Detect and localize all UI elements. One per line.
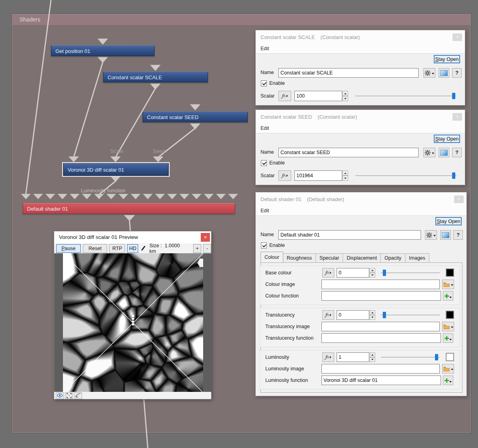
add-function-icon[interactable] [443, 333, 453, 343]
luminosity-slider[interactable] [381, 354, 440, 360]
translucency-image-label: Translucency image [265, 324, 310, 329]
tab-roughness[interactable]: Roughness [283, 253, 316, 262]
base-colour-slider[interactable] [381, 270, 440, 276]
enable-label: Enable [269, 80, 285, 86]
translucency-swatch[interactable] [446, 311, 454, 319]
edit-menu[interactable]: Edit [261, 125, 269, 131]
function-button[interactable]: ƒA [322, 268, 334, 278]
colour-image-input[interactable] [321, 280, 440, 289]
tab-displacement[interactable]: Displacement [343, 253, 381, 262]
preview-viewport[interactable] [54, 253, 212, 393]
folder-icon[interactable] [442, 280, 454, 289]
dialog-titlebar[interactable]: Constant scalar SCALE(Constant scalar) × [256, 30, 465, 45]
scalar-input[interactable] [294, 170, 342, 181]
stay-open-button[interactable]: Stay Open [434, 135, 460, 143]
port-label-seed: Seed [149, 148, 169, 154]
edit-menu[interactable]: Edit [261, 208, 269, 213]
preview-window-icon[interactable] [440, 230, 451, 240]
pause-button[interactable]: Pause [56, 244, 81, 253]
tab-opacity[interactable]: Opacity [380, 253, 405, 262]
close-icon[interactable]: × [453, 33, 462, 41]
focus-region-icon[interactable] [65, 392, 73, 399]
node-voronoi[interactable]: Voronoi 3D diff scalar 01 [63, 163, 168, 176]
stay-open-button[interactable]: Stay Open [435, 217, 462, 225]
preview-toolbar: Pause Reset RTP HD Size : 1.0000 km + - [54, 243, 211, 253]
enable-checkbox[interactable] [261, 160, 267, 166]
node-constant-scalar-scale[interactable]: Constant scalar SCALE [103, 72, 208, 82]
tab-strip: Colour Roughness Specular Displacement O… [261, 252, 429, 262]
luminosity-label: Luminosity [265, 354, 289, 360]
name-input[interactable] [278, 68, 419, 78]
close-icon[interactable]: × [454, 196, 464, 203]
scalar-slider[interactable] [355, 172, 456, 179]
dialog-constant-scalar-scale: Constant scalar SCALE(Constant scalar) ×… [255, 30, 465, 106]
tone-curve-icon[interactable] [74, 392, 82, 399]
scalar-slider[interactable] [355, 93, 456, 99]
close-icon[interactable]: × [453, 113, 462, 121]
preview-window-icon[interactable] [439, 148, 449, 157]
translucency-image-input[interactable] [321, 322, 440, 331]
luminosity-swatch[interactable] [446, 353, 454, 361]
help-button[interactable]: ? [452, 148, 462, 157]
folder-icon[interactable] [442, 364, 454, 374]
node-constant-scalar-seed[interactable]: Constant scalar SEED [143, 112, 248, 122]
add-function-icon[interactable] [443, 291, 453, 301]
stay-open-button[interactable]: Stay Open [434, 55, 460, 63]
base-colour-spinner[interactable] [370, 268, 375, 278]
gear-icon[interactable] [423, 68, 435, 78]
scalar-spinner[interactable] [343, 91, 348, 101]
enable-checkbox[interactable] [261, 243, 267, 248]
luminosity-function-input[interactable] [321, 376, 441, 385]
function-button[interactable]: ƒA [278, 91, 291, 101]
port-label-luminosity-function: Luminosity function [75, 188, 131, 194]
preview-window-icon[interactable] [439, 68, 449, 78]
node-default-shader[interactable]: Default shader 01 [23, 203, 235, 214]
voronoi-preview-image[interactable] [63, 253, 203, 393]
function-button[interactable]: ƒA [322, 310, 334, 320]
help-button[interactable]: ? [453, 230, 463, 240]
close-icon[interactable]: × [201, 233, 210, 242]
dialog-title: Constant scalar SCALE [261, 34, 315, 40]
zoom-in-button[interactable]: + [193, 244, 201, 253]
scalar-input[interactable] [294, 91, 342, 101]
luminosity-image-input[interactable] [321, 364, 440, 374]
gear-icon[interactable] [425, 230, 437, 240]
translucency-slider[interactable] [381, 312, 440, 318]
dialog-titlebar[interactable]: Default shader 01(Default shader) × [256, 192, 466, 207]
brush-icon[interactable] [140, 245, 146, 252]
name-input[interactable] [278, 148, 419, 157]
colour-function-input[interactable] [321, 291, 441, 301]
tab-specular[interactable]: Specular [315, 253, 343, 262]
eye-icon[interactable] [56, 392, 64, 399]
help-button[interactable]: ? [452, 68, 462, 78]
function-button[interactable]: ƒA [278, 170, 291, 181]
enable-checkbox[interactable] [261, 80, 267, 86]
edit-menu[interactable]: Edit [261, 46, 269, 51]
luminosity-input[interactable] [337, 352, 369, 362]
rtp-button[interactable]: RTP [109, 244, 125, 253]
colour-function-label: Colour function [265, 293, 299, 299]
base-colour-input[interactable] [337, 268, 369, 278]
name-input[interactable] [278, 230, 421, 240]
tab-colour[interactable]: Colour [261, 252, 283, 262]
folder-icon[interactable] [442, 322, 454, 331]
translucency-input[interactable] [337, 310, 369, 320]
reset-button[interactable]: Reset [83, 244, 108, 253]
luminosity-spinner[interactable] [370, 352, 375, 362]
tab-images[interactable]: Images [405, 253, 429, 262]
scalar-spinner[interactable] [343, 170, 348, 181]
base-colour-swatch[interactable] [446, 268, 454, 277]
add-function-icon[interactable] [443, 376, 453, 385]
node-get-position[interactable]: Get position 01 [51, 45, 155, 56]
dialog-titlebar[interactable]: Constant scalar SEED(Constant scalar) × [256, 110, 465, 124]
hd-button[interactable]: HD [127, 244, 138, 253]
function-button[interactable]: ƒA [322, 352, 334, 362]
shaders-panel-header: Shaders [12, 14, 470, 25]
translucency-function-input[interactable] [321, 333, 441, 343]
gear-icon[interactable] [423, 148, 435, 157]
dialog-title: Constant scalar SEED [261, 114, 312, 120]
translucency-spinner[interactable] [370, 310, 375, 320]
translucency-label: Translucency [265, 312, 295, 318]
preview-titlebar[interactable]: Voronoi 3D diff scalar 01 Preview × [54, 231, 211, 243]
zoom-out-button[interactable]: - [203, 244, 211, 253]
